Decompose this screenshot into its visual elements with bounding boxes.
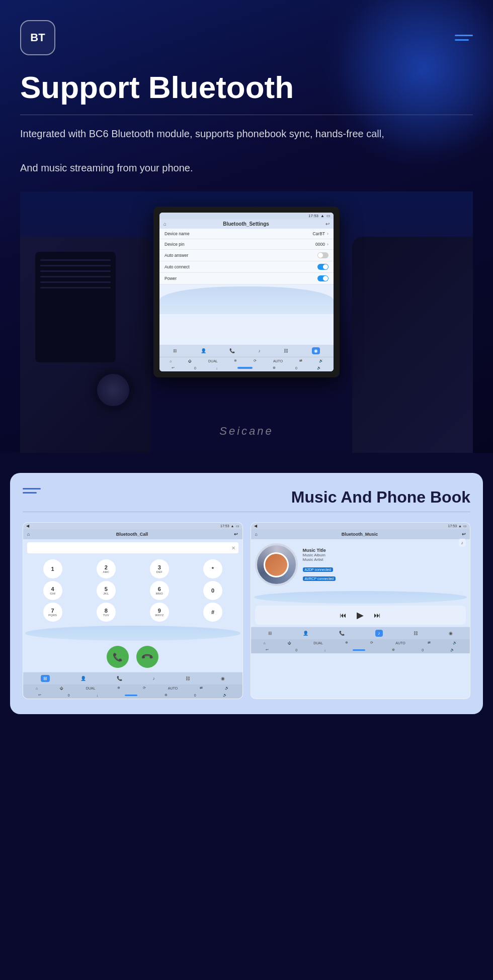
call-home-sys[interactable]: ⌂ [36, 687, 38, 690]
music-loop[interactable]: ⟳ [370, 641, 373, 645]
artist-name: Music Artist [303, 557, 466, 562]
power-label: Power [165, 276, 177, 281]
power-row[interactable]: Power [159, 273, 334, 284]
phone-icon[interactable]: 📞 [229, 348, 235, 353]
dial-2[interactable]: 2ABC [97, 559, 116, 578]
call-fan: ⊕ [165, 693, 168, 697]
bt-settings-screen: 17:53 ▲ ▭ ⌂ Bluetooth_Settings ↩ Device … [159, 213, 334, 371]
vol-icon[interactable]: 🔊 [319, 359, 323, 363]
music-eye-icon[interactable]: ◉ [449, 631, 453, 636]
auto-connect-label: Auto connect [165, 264, 190, 269]
back-icon[interactable]: ↩ [325, 221, 330, 227]
device-pin-row[interactable]: Device pin 0000 › [159, 239, 334, 250]
link-icon[interactable]: ⛓ [284, 348, 288, 353]
dial-1[interactable]: 1 [43, 559, 62, 578]
logo-text: BT [30, 31, 45, 44]
music-back-sys[interactable]: ↩ [266, 648, 269, 652]
call-actions: 📞 📞 [23, 642, 242, 672]
call-home-icon[interactable]: ⌂ [27, 532, 30, 537]
status-time: 17:53 [308, 214, 318, 218]
screen-title: Bluetooth_Settings [223, 221, 269, 227]
auto-answer-row[interactable]: Auto answer [159, 250, 334, 261]
dial-9[interactable]: 9WXYZ [150, 603, 169, 622]
music-arrows: ⇄ [428, 641, 431, 645]
music-vol-down[interactable]: 🔉 [450, 648, 455, 652]
music-phone-icon[interactable]: 📞 [339, 631, 345, 636]
home-icon[interactable]: ⌂ [163, 221, 167, 227]
prev-track-button[interactable]: ⏮ [340, 611, 347, 619]
auto-connect-toggle[interactable] [317, 264, 328, 270]
call-phone-icon[interactable]: 📞 [117, 676, 122, 681]
call-signal: ▲ [231, 524, 234, 528]
dial-0[interactable]: 0 [203, 581, 222, 600]
music-time: 17:53 [448, 524, 457, 528]
music-nav-bar: ⌂ Bluetooth_Music ↩ [251, 529, 470, 539]
dial-hash[interactable]: # [203, 603, 222, 622]
call-vol-down[interactable]: 🔉 [223, 693, 227, 697]
call-temp: ↓ [97, 694, 99, 697]
call-vol[interactable]: 🔊 [225, 686, 229, 690]
next-track-button[interactable]: ⏭ [374, 611, 381, 619]
power-toggle[interactable] [317, 275, 328, 281]
call-grid-icon[interactable]: ⊞ [41, 675, 50, 682]
music-back-icon[interactable]: ↩ [462, 532, 466, 537]
eye-icon[interactable]: ◉ [312, 347, 320, 354]
battery-icon: ▭ [326, 214, 331, 218]
call-screen: ◀ 17:53 ▲ ▭ ⌂ Bluetooth_Call ↩ ✕ 1 2ABC … [23, 522, 243, 699]
dial-4[interactable]: 4GHI [43, 581, 62, 600]
call-user-icon[interactable]: 👤 [80, 676, 86, 681]
music-grid-icon[interactable]: ⊞ [268, 631, 272, 636]
search-clear-icon[interactable]: ✕ [231, 545, 235, 551]
bottom-menu-icon[interactable] [23, 488, 41, 494]
dial-6[interactable]: 6MNO [150, 581, 169, 600]
play-pause-button[interactable]: ▶ [357, 610, 364, 621]
music-note-icon-bar[interactable]: ♪ [375, 630, 383, 637]
call-loop[interactable]: ⟳ [143, 686, 146, 690]
music-home-icon[interactable]: ⌂ [255, 532, 258, 537]
music-vol[interactable]: 🔊 [453, 641, 457, 645]
call-eye-icon[interactable]: ◉ [221, 676, 225, 681]
user-icon[interactable]: 👤 [201, 348, 206, 353]
call-search-box[interactable]: ✕ [27, 542, 238, 553]
call-snow: ❄ [117, 686, 120, 690]
call-battery: ▭ [236, 524, 239, 528]
call-link-icon[interactable]: ⛓ [186, 676, 190, 681]
call-icon-bar: ⊞ 👤 📞 ♪ ⛓ ◉ [23, 672, 242, 684]
grid-icon[interactable]: ⊞ [173, 348, 177, 353]
dial-3[interactable]: 3DEF [150, 559, 169, 578]
back-sys-icon[interactable]: ↩ [172, 366, 175, 370]
call-power-sys[interactable]: ⏻ [60, 687, 63, 690]
hangup-button[interactable]: 📞 [136, 646, 158, 668]
header-row: BT [20, 20, 473, 55]
music-power-sys[interactable]: ⏻ [288, 641, 291, 645]
power-sys-icon[interactable]: ⏻ [188, 359, 192, 363]
dual-label: DUAL [208, 359, 218, 363]
home-sys-icon[interactable]: ⌂ [170, 359, 172, 363]
call-time: 17:53 [220, 524, 229, 528]
answer-button[interactable]: 📞 [107, 646, 129, 668]
album-name: Music Album [303, 553, 466, 557]
call-music-icon[interactable]: ♪ [153, 676, 155, 681]
vol-down-icon[interactable]: 🔉 [317, 366, 321, 370]
music-icon[interactable]: ♪ [258, 348, 261, 353]
menu-button[interactable] [455, 35, 473, 41]
music-home-sys[interactable]: ⌂ [264, 641, 266, 645]
music-link-icon[interactable]: ⛓ [414, 631, 418, 636]
loop-icon[interactable]: ⟳ [254, 359, 257, 363]
call-nav-bar: ⌂ Bluetooth_Call ↩ [23, 529, 242, 539]
call-back-icon[interactable]: ↩ [234, 532, 238, 537]
dial-5[interactable]: 5JKL [97, 581, 116, 600]
music-note-button[interactable]: ♪ [459, 539, 466, 547]
music-fan: ⊕ [392, 648, 395, 652]
music-signal: ▲ [458, 524, 462, 528]
bt-icon-bar: ⊞ 👤 📞 ♪ ⛓ ◉ [159, 345, 334, 357]
call-status-bar: ◀ 17:53 ▲ ▭ [23, 523, 242, 529]
dial-7[interactable]: 7PQRS [43, 603, 62, 622]
auto-answer-toggle[interactable] [317, 252, 328, 258]
call-back-sys[interactable]: ↩ [38, 693, 41, 697]
dial-star[interactable]: * [203, 559, 222, 578]
music-user-icon[interactable]: 👤 [303, 631, 308, 636]
device-name-row[interactable]: Device name CarBT › [159, 229, 334, 239]
auto-connect-row[interactable]: Auto connect [159, 261, 334, 273]
dial-8[interactable]: 8TUV [97, 603, 116, 622]
